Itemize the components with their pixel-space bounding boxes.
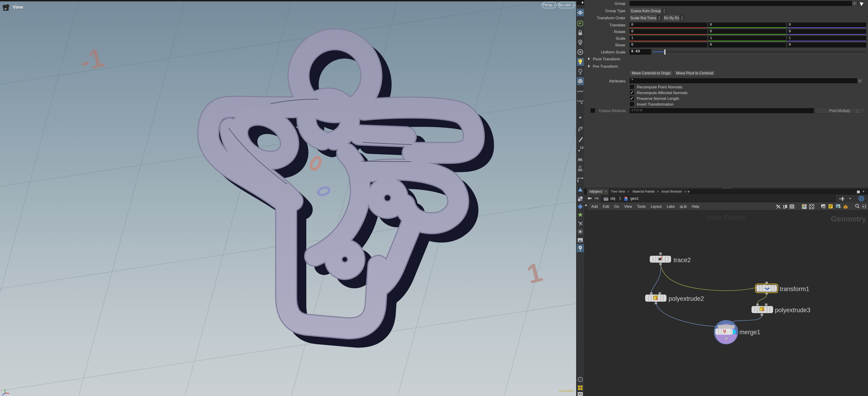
svg-text:transform1: transform1 [780,286,809,292]
svg-text:merge1: merge1 [739,329,761,336]
svg-text:trace2: trace2 [674,257,691,263]
svg-text:12: 12 [580,145,584,149]
svg-text:i: i [580,378,581,381]
svg-text:polyextrude2: polyextrude2 [669,295,704,302]
svg-text:12: 12 [579,165,581,168]
svg-text:-1: -1 [77,43,107,77]
svg-text:polyextrude3: polyextrude3 [775,307,810,314]
svg-text:1: 1 [524,257,545,289]
